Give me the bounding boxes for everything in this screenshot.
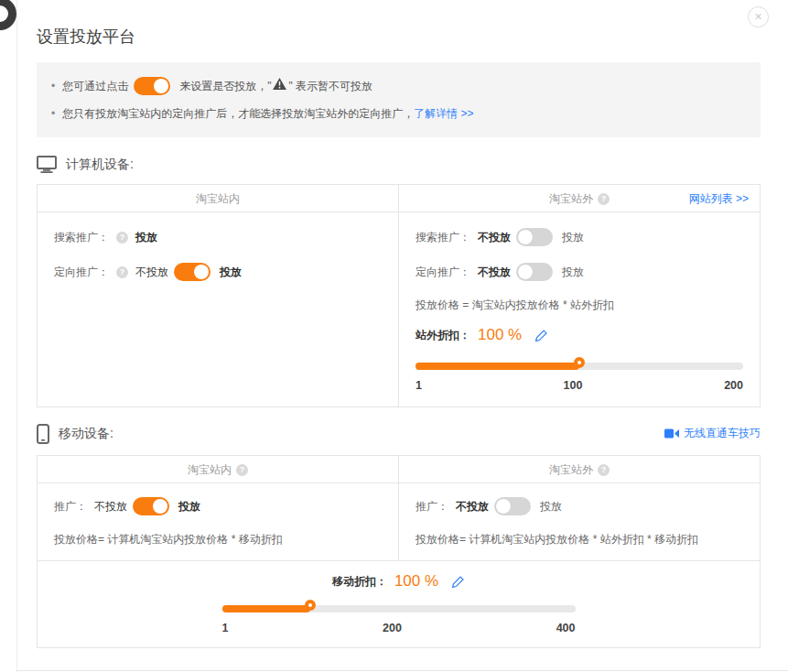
promo-off-label: 不投放: [456, 496, 489, 516]
computer-offsite-target-toggle[interactable]: [516, 263, 553, 281]
mobile-phone-icon: [37, 424, 49, 444]
computer-offsite-header-label: 淘宝站外: [549, 185, 593, 212]
offsite-discount-row: 站外折扣： 100 %: [416, 326, 743, 344]
computer-onsite-cell: 搜索推广： ? 投放 定向推广： ? 不投放 投放: [38, 212, 398, 406]
mobile-onsite-promo-toggle[interactable]: [133, 497, 169, 515]
mobile-discount-row: 移动折扣： 100 %: [38, 572, 760, 591]
mobile-section-heading: 移动设备: 无线直通车技巧: [37, 424, 761, 444]
mobile-offsite-header-label: 淘宝站外: [549, 456, 593, 483]
help-icon[interactable]: ?: [598, 464, 610, 476]
warning-triangle-icon: [273, 74, 286, 98]
target-promo-label: 定向推广：: [54, 262, 109, 282]
computer-table: 淘宝站内 淘宝站外 ? 网站列表 >> 搜索推广： ? 投放 定向推广： ?: [37, 184, 761, 407]
slider-min-label: 1: [416, 379, 422, 392]
toggle-knob: [154, 79, 168, 93]
target-promo-off-label: 不投放: [135, 262, 168, 282]
computer-onsite-target-toggle[interactable]: [174, 263, 210, 281]
slider-max-label: 400: [556, 622, 576, 634]
mobile-section-title: 移动设备:: [59, 426, 113, 442]
mobile-table-body: 推广： 不投放 投放 投放价格= 计算机淘宝站内投放价格 * 移动折扣 推广： …: [38, 483, 760, 560]
slider-mid-label: 200: [383, 622, 402, 634]
promo-on-label: 投放: [540, 496, 562, 516]
computer-table-body: 搜索推广： ? 投放 定向推广： ? 不投放 投放 搜索推广： 不投放 投放: [38, 212, 760, 406]
offsite-discount-value: 100 %: [478, 326, 522, 344]
video-tips-link-wrap: 无线直通车技巧: [664, 426, 761, 441]
toggle-knob: [194, 265, 209, 279]
close-icon[interactable]: ×: [748, 6, 769, 27]
edit-pencil-icon[interactable]: [534, 329, 548, 342]
notice-1-mid: 来设置是否投放，": [179, 74, 271, 98]
offsite-price-formula: 投放价格 = 淘宝站内投放价格 * 站外折扣: [416, 297, 743, 313]
computer-section-heading: 计算机设备:: [37, 156, 761, 173]
mobile-discount-label: 移动折扣：: [332, 574, 387, 590]
offsite-discount-slider[interactable]: [416, 357, 743, 375]
promo-row: 推广： 不投放 投放: [54, 496, 382, 516]
search-promo-row: 搜索推广： 不投放 投放: [416, 227, 743, 247]
search-promo-label: 搜索推广：: [54, 227, 109, 247]
promo-off-label: 不投放: [94, 496, 127, 516]
help-icon[interactable]: ?: [116, 266, 128, 278]
bullet-dot: •: [51, 102, 55, 125]
mobile-discount-slider[interactable]: [222, 600, 576, 618]
notice-line-2: • 您只有投放淘宝站内的定向推广后，才能选择投放淘宝站外的定向推广， 了解详情 …: [51, 102, 744, 125]
search-promo-row: 搜索推广： ? 投放: [54, 227, 382, 247]
notice-1-post: " 表示暂不可投放: [288, 74, 372, 98]
offsite-slider-labels: 1 100 200: [416, 379, 743, 392]
search-promo-on-label: 投放: [562, 227, 584, 247]
computer-table-header: 淘宝站内 淘宝站外 ? 网站列表 >>: [38, 185, 760, 212]
slider-mid-label: 100: [564, 379, 583, 392]
computer-monitor-icon: [37, 156, 57, 173]
computer-onsite-header-label: 淘宝站内: [196, 185, 240, 212]
search-promo-off-label: 不投放: [478, 227, 511, 247]
help-icon[interactable]: ?: [598, 193, 610, 205]
promo-row: 推广： 不投放 投放: [416, 496, 743, 516]
target-promo-on-label: 投放: [562, 262, 584, 282]
toggle-knob: [153, 499, 167, 514]
search-promo-status: 投放: [135, 227, 157, 247]
target-promo-on-label: 投放: [220, 262, 242, 282]
video-camera-icon: [664, 428, 679, 439]
mobile-discount-value: 100 %: [394, 572, 438, 591]
computer-section-title: 计算机设备:: [66, 157, 134, 173]
target-promo-label: 定向推广：: [416, 262, 470, 282]
promo-label: 推广：: [416, 496, 448, 516]
mobile-offsite-cell: 推广： 不投放 投放 投放价格= 计算机淘宝站内投放价格 * 站外折扣 * 移动…: [398, 483, 760, 560]
mobile-onsite-header: 淘宝站内 ?: [38, 456, 398, 482]
slider-thumb[interactable]: [574, 357, 585, 368]
example-toggle[interactable]: [134, 77, 170, 95]
computer-onsite-header: 淘宝站内: [38, 185, 398, 211]
target-promo-row: 定向推广： 不投放 投放: [416, 262, 743, 282]
computer-offsite-search-toggle[interactable]: [516, 228, 553, 246]
bullet-dot: •: [51, 74, 55, 98]
slider-thumb[interactable]: [305, 600, 316, 611]
mobile-discount-slider-row: 移动折扣： 100 % 1 200 400: [38, 560, 760, 647]
computer-offsite-header: 淘宝站外 ? 网站列表 >>: [398, 185, 760, 211]
promo-label: 推广：: [54, 496, 87, 516]
mobile-onsite-formula: 投放价格= 计算机淘宝站内投放价格 * 移动折扣: [54, 531, 382, 547]
mobile-onsite-header-label: 淘宝站内: [188, 456, 232, 483]
mobile-offsite-formula: 投放价格= 计算机淘宝站内投放价格 * 站外折扣 * 移动折扣: [416, 531, 743, 547]
wireless-tips-link[interactable]: 无线直通车技巧: [684, 426, 761, 441]
dialog-bottom-border: [16, 670, 788, 671]
slider-fill: [222, 605, 311, 612]
slider-max-label: 200: [724, 379, 743, 392]
help-icon[interactable]: ?: [236, 464, 248, 476]
edit-pencil-icon[interactable]: [451, 575, 465, 589]
computer-offsite-cell: 搜索推广： 不投放 投放 定向推广： 不投放 投放 投放价格 = 淘宝站内投放价…: [398, 212, 760, 406]
promo-on-label: 投放: [178, 496, 200, 516]
dialog-left-border: [16, 0, 17, 672]
website-list-link[interactable]: 网站列表 >>: [689, 185, 749, 212]
mobile-offsite-promo-toggle[interactable]: [494, 497, 531, 515]
notice-1-pre: 您可通过点击: [62, 74, 128, 98]
mobile-table-header: 淘宝站内 ? 淘宝站外 ?: [38, 456, 760, 483]
page-title: 设置投放平台: [37, 26, 761, 48]
mobile-onsite-cell: 推广： 不投放 投放 投放价格= 计算机淘宝站内投放价格 * 移动折扣: [38, 483, 398, 560]
toggle-knob: [518, 265, 533, 279]
notice-2-text: 您只有投放淘宝站内的定向推广后，才能选择投放淘宝站外的定向推广，: [62, 102, 414, 125]
target-promo-off-label: 不投放: [478, 262, 511, 282]
mobile-slider-wrap: 1 200 400: [222, 600, 576, 634]
slider-min-label: 1: [222, 622, 229, 634]
help-icon[interactable]: ?: [116, 232, 128, 244]
notice-box: • 您可通过点击 来设置是否投放，" " 表示暂不可投放 • 您只有投放淘宝站内…: [37, 62, 761, 137]
learn-more-link[interactable]: 了解详情 >>: [414, 102, 473, 125]
